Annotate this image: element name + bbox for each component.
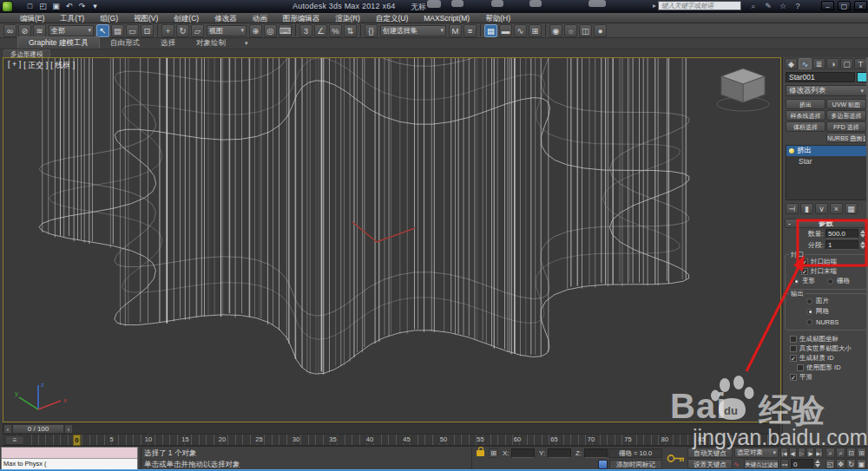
previous-frame-icon[interactable]: ◀| <box>789 448 797 458</box>
create-tab[interactable]: ◆ <box>785 58 798 69</box>
play-animation-icon[interactable]: ▷ <box>798 448 806 458</box>
snap-toggle-3d-icon[interactable]: 3 <box>299 24 312 37</box>
ribbon-tab[interactable]: 选择 <box>150 37 186 49</box>
option-checkbox[interactable]: 真实世界贴图大小 <box>785 343 867 353</box>
key-mode-toggle[interactable]: ⊶ <box>780 459 789 469</box>
viewport-menu-general[interactable]: [ + ] <box>8 60 21 71</box>
spinner-snap-icon[interactable]: ⇅ <box>344 24 357 37</box>
wireframe-canvas[interactable] <box>3 58 780 422</box>
pin-stack-icon[interactable]: ⊣ <box>786 203 799 214</box>
configure-modifier-sets-icon[interactable]: ▦ <box>845 203 858 214</box>
search-input[interactable] <box>658 1 741 10</box>
select-and-manipulate-icon[interactable]: ◎ <box>264 24 277 37</box>
cap-end-checkbox[interactable]: ✓ 封口末端 <box>786 266 866 276</box>
zoom-extents-icon[interactable]: ⊡ <box>846 448 856 458</box>
previous-frame-arrow[interactable]: ‹ <box>3 424 12 434</box>
object-name-field[interactable]: Star001 <box>786 72 855 82</box>
schematic-view-icon[interactable]: ⊞ <box>529 24 542 37</box>
set-key-button[interactable]: 设置关键点 <box>687 459 733 469</box>
maxscript-mini-listener[interactable]: Max to Physx ( <box>1 447 138 470</box>
menu-item[interactable]: 组(G) <box>92 13 126 23</box>
x-coordinate-field[interactable] <box>511 448 535 458</box>
motion-tab[interactable]: ◑ <box>826 58 839 69</box>
mirror-icon[interactable]: M <box>449 24 462 37</box>
menu-item[interactable]: 创建(C) <box>166 13 207 23</box>
select-and-link-icon[interactable]: ∞ <box>3 24 16 37</box>
open-mini-curve-editor-icon[interactable]: ≡ <box>5 435 24 445</box>
select-by-name-icon[interactable]: ▤ <box>111 24 124 37</box>
keyboard-override-icon[interactable]: ⌨ <box>279 24 292 37</box>
auto-key-button[interactable]: 自动关键点 <box>687 448 733 458</box>
bind-to-space-warp-icon[interactable]: ≋ <box>33 24 46 37</box>
modifier-list-dropdown[interactable]: 修改器列表 ▾ <box>786 85 867 96</box>
maximize-viewport-icon[interactable]: ▣ <box>857 459 866 469</box>
menu-item[interactable]: 修改器 <box>207 13 245 23</box>
add-time-tag-button[interactable]: 添加时间标记 <box>609 460 662 469</box>
modify-tab[interactable]: ∿ <box>799 58 812 69</box>
z-coordinate-field[interactable] <box>584 448 608 458</box>
y-coordinate-field[interactable] <box>548 448 571 458</box>
show-end-result-icon[interactable]: ▮ <box>800 203 813 214</box>
qat-dropdown-icon[interactable]: ▾ <box>89 1 101 11</box>
radio-icon[interactable] <box>806 319 812 325</box>
modifier-set-button[interactable]: NURBS 曲面选择 <box>826 133 866 143</box>
menu-item[interactable]: 自定义(U) <box>368 13 416 23</box>
favorites-icon[interactable]: ☆ <box>778 1 788 11</box>
ribbon-tab[interactable]: 自由形式 <box>100 37 150 49</box>
modifier-set-button[interactable]: 多边形选择 <box>826 110 866 121</box>
modifier-enabled-icon[interactable] <box>789 148 794 154</box>
rectangular-selection-region-icon[interactable]: ▭ <box>126 24 139 37</box>
reference-coordinate-dropdown[interactable]: 视图▾ <box>207 25 247 36</box>
display-tab[interactable]: ▢ <box>840 58 853 69</box>
redo-icon[interactable]: ↷ <box>76 1 88 11</box>
help-icon[interactable]: ? <box>792 1 803 11</box>
graphite-ribbon-toggle-icon[interactable]: ▬ <box>499 24 512 37</box>
selection-set-dropdown[interactable]: 选定对象 ▾ <box>734 448 779 458</box>
segments-field[interactable]: 1 <box>825 240 858 250</box>
macro-recorder-row[interactable] <box>2 448 137 459</box>
pan-view-icon[interactable]: ✥ <box>836 459 845 469</box>
modifier-set-button[interactable]: UVW 贴图 <box>826 99 866 109</box>
angle-snap-icon[interactable]: ∠ <box>314 24 327 37</box>
select-and-move-icon[interactable]: + <box>161 24 174 37</box>
unlink-selection-icon[interactable]: ⊘ <box>18 24 31 37</box>
frame-spinner[interactable] <box>815 460 820 468</box>
option-checkbox[interactable]: 生成贴图坐标 <box>785 334 867 343</box>
search-expand-icon[interactable]: ▸ <box>653 2 656 10</box>
window-crossing-icon[interactable]: ⊡ <box>141 24 154 37</box>
updates-icon[interactable]: ✎ <box>763 1 773 11</box>
search-icon[interactable]: ⌕ <box>748 1 759 11</box>
curve-editor-icon[interactable]: ∿ <box>514 24 527 37</box>
menu-item[interactable]: MAXScript(M) <box>416 13 477 23</box>
time-slider-track[interactable] <box>73 424 779 434</box>
use-pivot-center-icon[interactable]: ⊕ <box>249 24 262 37</box>
edit-named-selections-icon[interactable]: {} <box>365 24 378 37</box>
orbit-icon[interactable]: ↻ <box>846 459 856 469</box>
rendered-frame-icon[interactable]: ◫ <box>579 24 592 37</box>
go-to-start-icon[interactable]: |◀ <box>780 448 788 458</box>
listener-row[interactable]: Max to Physx ( <box>2 459 137 469</box>
render-production-icon[interactable]: ● <box>594 24 607 37</box>
ribbon-tab[interactable]: Graphite 建模工具 <box>17 36 100 49</box>
option-checkbox[interactable]: ✓生成材质 ID <box>785 353 867 363</box>
ribbon-minimize-icon[interactable]: ▾ <box>245 40 248 49</box>
parameters-rollout-header[interactable]: - 参数 <box>785 219 867 228</box>
select-object-icon[interactable]: ↖ <box>96 24 109 37</box>
go-to-end-icon[interactable]: ▶| <box>815 448 823 458</box>
menu-item[interactable]: 渲染(R) <box>327 13 368 23</box>
radio-icon[interactable] <box>806 309 812 315</box>
menu-item[interactable]: 编辑(E) <box>12 13 52 23</box>
stack-item[interactable]: Star <box>786 156 866 167</box>
current-frame-marker[interactable]: 0 <box>73 435 81 446</box>
polygon-modeling-panel-tab[interactable]: 多边形建模 <box>3 49 50 57</box>
zoom-extents-all-icon[interactable]: ⊞ <box>857 448 866 458</box>
align-icon[interactable]: ≡ <box>464 24 477 37</box>
time-slider-handle[interactable]: 0 / 100 <box>12 424 64 434</box>
next-frame-icon[interactable]: |▶ <box>806 448 814 458</box>
output-option[interactable]: 网格 <box>786 306 866 317</box>
percent-snap-icon[interactable]: % <box>329 24 342 37</box>
current-frame-field[interactable] <box>791 459 813 469</box>
minimize-button[interactable]: – <box>821 1 834 10</box>
close-button[interactable]: × <box>854 1 867 10</box>
viewport-orthographic[interactable]: [ + ] [ 正交 ] [ 线框 ] z y x <box>3 57 781 422</box>
